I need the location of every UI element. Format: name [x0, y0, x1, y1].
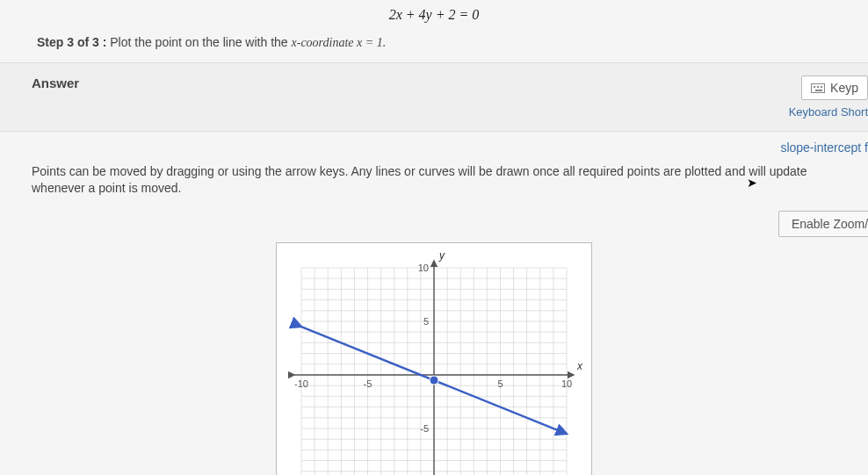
equation-display: 2x + 4y + 2 = 0 — [0, 0, 868, 30]
step-instruction: Step 3 of 3 : Plot the point on the line… — [0, 30, 868, 63]
svg-text:-5: -5 — [364, 378, 373, 389]
coordinate-plane[interactable]: xy-10-5510-5510 — [277, 243, 591, 475]
svg-text:x: x — [576, 360, 583, 372]
svg-text:10: 10 — [418, 263, 429, 273]
instruction-text: Points can be moved by dragging or using… — [0, 160, 868, 205]
keyboard-icon — [811, 83, 825, 93]
graph-area: Enable Zoom/Pan xy-10-5510-5510 — [0, 205, 868, 475]
svg-point-53 — [430, 376, 438, 385]
slope-intercept-link[interactable]: slope-intercept f — [0, 132, 868, 160]
svg-text:-5: -5 — [420, 423, 429, 434]
step-var: x-coordinate x = 1. — [292, 36, 387, 49]
keypad-label: Keyp — [830, 81, 858, 95]
keyboard-shortcuts-link[interactable]: Keyboard Short — [789, 105, 868, 119]
step-prefix: Step 3 of 3 : — [37, 35, 106, 49]
keypad-button[interactable]: Keyp — [801, 76, 868, 100]
svg-text:-10: -10 — [294, 378, 308, 389]
graph-box[interactable]: xy-10-5510-5510 — [276, 242, 592, 475]
answer-label: Answer — [32, 76, 79, 90]
svg-text:10: 10 — [561, 378, 572, 389]
svg-text:5: 5 — [423, 316, 429, 327]
svg-text:5: 5 — [497, 378, 503, 389]
svg-text:y: y — [438, 249, 445, 262]
enable-zoom-pan-button[interactable]: Enable Zoom/Pan — [778, 211, 868, 237]
answer-bar: Answer Keyp Keyboard Short ➤ — [0, 63, 868, 132]
step-text: Plot the point on the line with the — [110, 35, 291, 49]
